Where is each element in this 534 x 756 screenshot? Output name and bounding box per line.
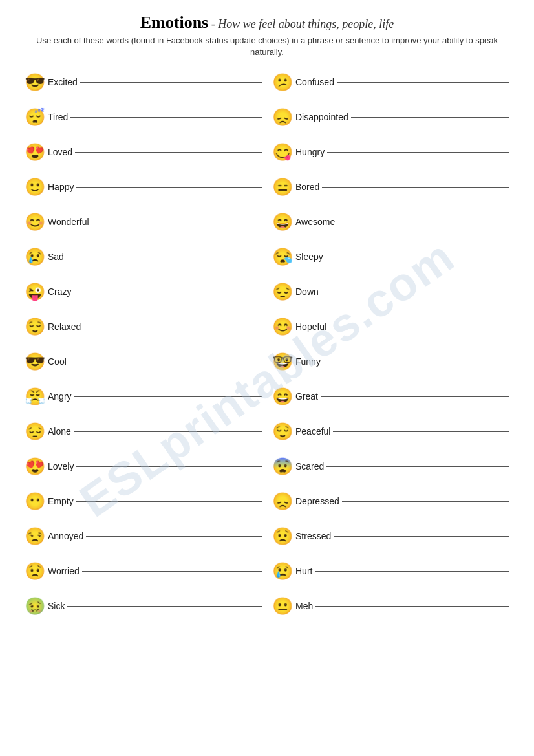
emotion-item: 😊 Wonderful [19,204,267,239]
emotion-emoji: 😢 [272,561,293,581]
emotion-item: 😄 Awesome [267,204,515,239]
emotion-label: Sick [48,601,65,611]
emotion-item: 😶 Empty [19,484,267,519]
emotion-emoji: 😔 [272,282,293,302]
emotion-underline [337,222,509,222]
emotion-underline [69,362,262,362]
emotion-emoji: 😜 [25,282,45,302]
emotion-emoji: 😌 [272,422,293,442]
emotion-underline [74,292,262,292]
emotion-emoji: 😕 [272,72,293,92]
emotion-emoji: 😞 [272,491,293,512]
emotion-item: 😒 Annoyed [19,519,267,554]
emotion-item: 😊 Hopeful [267,309,515,344]
emotion-item: 🤓 Funny [267,344,515,379]
emotion-underline [323,362,509,362]
emotion-emoji: 🤢 [25,596,45,616]
emotion-item: 😟 Stressed [267,519,515,554]
emotion-item: 😌 Relaxed [19,309,267,344]
emotion-label: Lovely [48,461,74,471]
emotion-label: Hopeful [295,321,326,332]
emotion-emoji: 😌 [25,317,45,337]
emotion-item: 😢 Sad [19,239,267,274]
emotion-emoji: 😔 [25,422,45,442]
emotion-emoji: 🙂 [25,177,45,197]
emotion-underline [326,466,509,467]
emotion-item: 😪 Sleepy [267,239,515,274]
emotion-emoji: 😟 [272,526,293,546]
emotion-emoji: 😢 [25,247,45,267]
emotion-emoji: 😪 [272,247,293,267]
emotion-label: Peaceful [295,426,330,437]
emotion-emoji: 😶 [25,491,45,512]
emotion-label: Scared [295,461,324,471]
emotion-underline [315,571,509,572]
emotion-label: Loved [48,147,72,157]
emotion-label: Annoyed [48,531,83,541]
emotion-label: Excited [48,77,78,87]
emotion-label: Funny [295,356,321,367]
emotion-label: Angry [48,391,72,402]
page-header: Emotions - How we feel about things, peo… [19,13,515,58]
emotion-underline [351,117,509,118]
emotion-item: 😞 Depressed [267,484,515,519]
emotion-underline [86,536,262,537]
emotion-item: 😤 Angry [19,379,267,414]
emotion-underline [329,327,509,327]
emotion-label: Disappointed [295,112,348,122]
emotion-underline [342,501,509,502]
emotion-label: Awesome [295,217,335,227]
emotion-emoji: 🤓 [272,352,293,372]
emotion-emoji: 😄 [272,387,293,407]
emotion-item: 😑 Bored [267,169,515,204]
emotion-label: Happy [48,182,74,192]
emotion-underline [67,257,262,257]
emotion-emoji: 😑 [272,177,293,197]
emotion-label: Sleepy [295,252,323,262]
emotion-label: Worried [48,566,80,576]
emotion-item: 😜 Crazy [19,274,267,309]
emotion-emoji: 😐 [272,596,293,616]
emotion-underline [76,466,262,467]
emotion-underline [76,501,262,502]
emotion-label: Bored [295,182,319,192]
emotion-underline [83,327,262,327]
emotion-underline [333,431,509,432]
emotion-label: Cool [48,356,67,367]
emotion-underline [75,152,262,153]
emotion-item: 😟 Worried [19,554,267,589]
emotion-emoji: 😨 [272,457,293,477]
emotion-label: Crazy [48,286,72,297]
emotion-emoji: 😊 [25,212,45,232]
emotion-underline [74,396,262,397]
emotion-label: Great [295,391,318,402]
emotion-underline [74,431,262,432]
emotion-underline [70,117,262,118]
emotion-emoji: 😒 [25,526,45,546]
emotion-item: 😐 Meh [267,589,515,623]
emotion-label: Sad [48,252,64,262]
emotion-item: 😨 Scared [267,449,515,484]
emotion-underline [76,187,262,188]
emotion-item: 😴 Tired [19,100,267,135]
emotion-emoji: 😎 [25,352,45,372]
emotion-item: 🙂 Happy [19,169,267,204]
emotion-label: Stressed [295,531,331,541]
emotion-item: 😔 Alone [19,414,267,449]
emotion-emoji: 😍 [25,142,45,162]
page-instruction: Use each of these words (found in Facebo… [19,35,515,58]
emotion-item: 😋 Hungry [267,135,515,169]
emotion-item: 😞 Disappointed [267,100,515,135]
emotion-label: Alone [48,426,71,437]
emotion-item: 😎 Excited [19,65,267,100]
emotion-emoji: 😍 [25,457,45,477]
emotion-label: Down [295,286,319,297]
emotion-underline [321,292,509,292]
emotion-underline [67,606,262,607]
emotion-label: Confused [295,77,334,87]
page-subtitle: - How we feel about things, people, life [208,17,394,30]
emotion-emoji: 😟 [25,561,45,581]
emotion-label: Tired [48,112,68,122]
emotion-underline [326,257,509,257]
emotion-underline [92,222,262,222]
